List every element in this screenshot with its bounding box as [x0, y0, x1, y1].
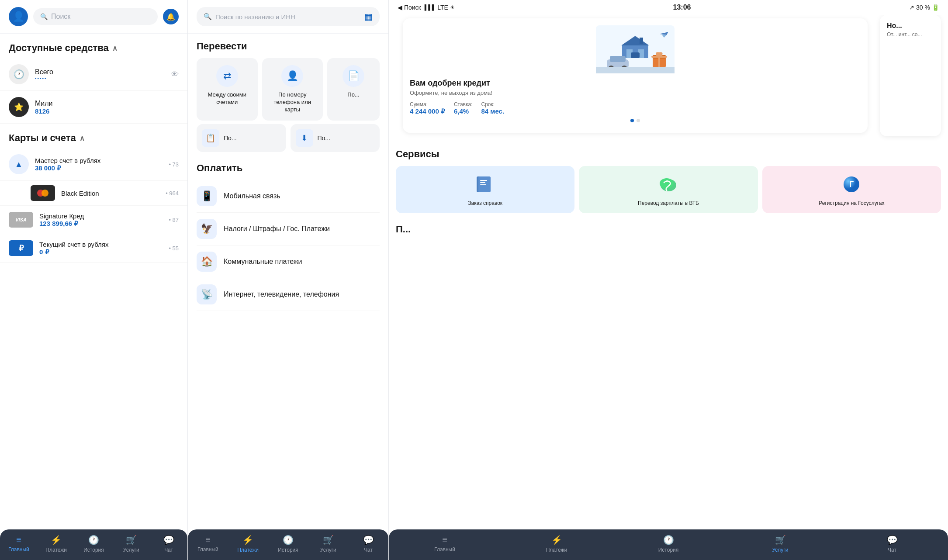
search-icon-p2: 🔍	[204, 13, 212, 21]
service-card-certificates[interactable]: Заказ справок	[396, 166, 574, 213]
svg-rect-4	[631, 52, 640, 58]
panel1-content: Доступные средства ∧ 🕐 Всего ••••• 👁 ⭐ М…	[0, 34, 187, 560]
chevron-up-icon-2: ∧	[80, 134, 85, 142]
next-promo-card[interactable]: Но... От... инт... со...	[880, 15, 941, 136]
transfer-own-icon: ⇄	[216, 65, 238, 87]
battery-level: 30 %	[916, 4, 930, 11]
cart-icon-p2: 🛒	[323, 535, 334, 545]
account-info-total: Всего •••••	[35, 68, 165, 81]
card-item-black-edition[interactable]: Black Edition • 964	[0, 181, 187, 206]
nav-main-p2[interactable]: ≡ Главный	[188, 535, 228, 553]
pay-label-tax: Налоги / Штрафы / Гос. Платежи	[224, 225, 330, 233]
transfer-extra1-label: По...	[224, 135, 237, 142]
transfer-card-extra1[interactable]: 📋 По...	[197, 124, 286, 152]
nav-payments-p2[interactable]: ⚡ Платежи	[228, 535, 268, 553]
pay-item-utilities[interactable]: 🏠 Коммунальные платежи	[197, 245, 380, 278]
promo-illustration	[410, 25, 861, 73]
card-info-master: Мастер счет в рублях 38 000 ₽	[35, 157, 163, 172]
nav-history-p1[interactable]: 🕐 История	[75, 535, 113, 553]
clock-icon: 🕐	[9, 64, 29, 84]
nav-payments-label-p3: Платежи	[546, 547, 567, 553]
lightning-icon: ⚡	[51, 535, 62, 545]
avatar[interactable]: 👤	[9, 7, 28, 26]
amount-label: Сумма:	[410, 101, 445, 107]
bottom-nav-panel1: ≡ Главный ⚡ Платежи 🕐 История 🛒 Услуги 💬…	[0, 529, 187, 560]
mc-orange-circle	[42, 190, 48, 197]
ruble-card-thumb: ₽	[9, 240, 33, 256]
nav-history-label-p3: История	[658, 547, 679, 553]
lightning-icon-p2: ⚡	[242, 535, 253, 545]
pay-item-tax[interactable]: 🦅 Налоги / Штрафы / Гос. Платежи	[197, 213, 380, 245]
pay-item-internet[interactable]: 📡 Интернет, телевидение, телефония	[197, 278, 380, 311]
nav-history-p2[interactable]: 🕐 История	[268, 535, 308, 553]
promo-amount: Сумма: 4 244 000 ₽	[410, 101, 445, 115]
card-balance-signature: 123 899,66 ₽	[39, 220, 163, 228]
nav-services-p2[interactable]: 🛒 Услуги	[308, 535, 348, 553]
eye-icon[interactable]: 👁	[171, 70, 179, 79]
credit-promo-card[interactable]: Вам одобрен кредит Оформите, не выходя и…	[403, 18, 868, 133]
promo-title: Вам одобрен кредит	[410, 79, 861, 88]
pay-item-mobile[interactable]: 📱 Мобильная связь	[197, 180, 380, 213]
panel-middle: 🔍 Поиск по названию и ИНН ▦ Перевести ⇄ …	[188, 0, 389, 560]
panel2-content: Перевести ⇄ Между своими счетами 👤 По но…	[188, 34, 388, 560]
notification-icon[interactable]: 🔔	[163, 9, 179, 24]
person-icon: 👤	[13, 11, 24, 22]
nav-main-p1[interactable]: ≡ Главный	[0, 535, 38, 553]
transfer-card-phone[interactable]: 👤 По номеру телефона или карты	[262, 58, 323, 121]
nav-services-label-p3: Услуги	[772, 547, 789, 553]
nav-services-label-p2: Услуги	[320, 547, 336, 553]
search-placeholder-p2: Поиск по названию и ИНН	[215, 13, 295, 21]
p-title: П...	[396, 224, 941, 235]
service-card-gosuslugi[interactable]: Г Регистрация на Госуслугах	[762, 166, 941, 213]
transfer-card-extra2[interactable]: ⬇ По...	[291, 124, 380, 152]
search-bar-panel1[interactable]: 🔍 Поиск	[33, 8, 158, 25]
account-item-total[interactable]: 🕐 Всего ••••• 👁	[0, 58, 187, 91]
transfer-phone-icon: 👤	[281, 65, 303, 87]
nav-chat-label-p2: Чат	[364, 547, 373, 553]
card-item-master[interactable]: ▲ Мастер счет в рублях 38 000 ₽ • 73	[0, 148, 187, 181]
card-item-signature[interactable]: VISA Signature Кред 123 899,66 ₽ • 87	[0, 206, 187, 234]
dot-1	[630, 119, 634, 122]
chat-icon-p2: 💬	[363, 535, 374, 545]
next-promo-desc: От... инт... со...	[887, 31, 934, 38]
transfer-card-other[interactable]: 📄 По...	[327, 58, 380, 121]
nav-payments-label-p2: Платежи	[237, 547, 259, 553]
internet-icon: 📡	[197, 284, 217, 304]
qr-icon[interactable]: ▦	[364, 11, 373, 22]
nav-history-p3[interactable]: 🕐 История	[612, 535, 724, 553]
house-illustration	[596, 25, 675, 73]
nav-main-p3[interactable]: ≡ Главный	[389, 535, 501, 553]
pay-label-internet: Интернет, телевидение, телефония	[224, 290, 339, 298]
pay-title: Оплатить	[197, 162, 380, 174]
nav-services-p1[interactable]: 🛒 Услуги	[112, 535, 150, 553]
network-type: LTE	[437, 4, 448, 11]
nav-chat-p1[interactable]: 💬 Чат	[150, 535, 187, 553]
nav-label-services: Услуги	[123, 547, 139, 553]
nav-payments-p1[interactable]: ⚡ Платежи	[38, 535, 75, 553]
chat-icon-p3: 💬	[887, 535, 898, 545]
nav-label-payments: Платежи	[45, 547, 67, 553]
nav-payments-p3[interactable]: ⚡ Платежи	[501, 535, 612, 553]
signal-bars: ▌▌▌	[425, 4, 436, 10]
services-section: Сервисы Заказ справок	[389, 142, 948, 217]
rate-value: 6,4%	[454, 107, 473, 115]
card-item-current[interactable]: ₽ Текущий счет в рублях 0 ₽ • 55	[0, 234, 187, 263]
term-value: 84 мес.	[481, 107, 505, 115]
bottom-nav-panel2: ≡ Главный ⚡ Платежи 🕐 История 🛒 Услуги 💬…	[188, 529, 388, 560]
back-signal: ◀ Поиск	[398, 4, 421, 11]
transfer-other-label: По...	[347, 91, 359, 99]
account-item-miles[interactable]: ⭐ Мили 8126	[0, 91, 187, 124]
chat-icon: 💬	[163, 535, 174, 545]
nav-services-p3[interactable]: 🛒 Услуги	[724, 535, 836, 553]
transfer-card-own[interactable]: ⇄ Между своими счетами	[197, 58, 258, 121]
card-last4-black: • 964	[166, 190, 179, 197]
services-title: Сервисы	[396, 149, 941, 160]
panel-right: ◀ Поиск ▌▌▌ LTE ☀ 13:06 ↗ 30 % 🔋	[389, 0, 948, 560]
service-card-salary[interactable]: Перевод зарплаты в ВТБ	[579, 166, 758, 213]
nav-chat-p2[interactable]: 💬 Чат	[348, 535, 388, 553]
panel-left: 👤 🔍 Поиск 🔔 Доступные средства ∧ 🕐 Всего…	[0, 0, 188, 560]
status-left: ◀ Поиск ▌▌▌ LTE ☀	[398, 4, 455, 11]
nav-chat-p3[interactable]: 💬 Чат	[836, 535, 948, 553]
search-bar-panel2[interactable]: 🔍 Поиск по названию и ИНН ▦	[197, 7, 380, 26]
service-label-salary: Перевод зарплаты в ВТБ	[638, 200, 699, 207]
